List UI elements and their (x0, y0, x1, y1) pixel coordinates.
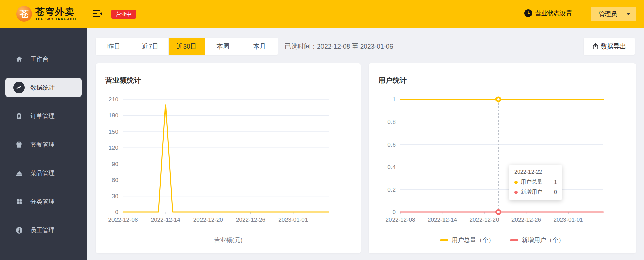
employee-icon (13, 224, 25, 236)
svg-text:2023-01-01: 2023-01-01 (554, 217, 583, 223)
sidebar-item-employee-management[interactable]: 员工管理 (5, 221, 82, 240)
sidebar-item-category-management[interactable]: 分类管理 (5, 192, 82, 211)
revenue-chart[interactable]: 03060901201501802102022-12-082022-12-142… (96, 96, 361, 231)
sidebar-item-label: 套餐管理 (30, 141, 55, 149)
brand-logo: 苍 苍穹外卖 THE SKY TAKE-OUT (16, 6, 77, 22)
legend-dash-icon (510, 239, 518, 241)
tooltip-series-value: 0 (554, 189, 557, 196)
svg-text:150: 150 (109, 129, 118, 135)
grid-icon (13, 196, 25, 207)
svg-text:2022-12-26: 2022-12-26 (236, 217, 265, 223)
cloche-icon (13, 167, 25, 179)
svg-text:1: 1 (393, 96, 396, 103)
svg-text:2022-12-08: 2022-12-08 (386, 217, 415, 223)
svg-text:180: 180 (109, 112, 118, 119)
sidebar-item-data-statistics[interactable]: 数据统计 (5, 78, 82, 97)
sidebar-item-setmeal-management[interactable]: 套餐管理 (5, 135, 82, 154)
user-statistics-card: 用户统计 00.20.40.60.812022-12-082022-12-142… (369, 63, 636, 253)
svg-text:0.6: 0.6 (387, 142, 396, 148)
export-icon (592, 43, 599, 50)
legend-item-new-users[interactable]: 新增用户（个） (510, 236, 564, 244)
tab-this-month[interactable]: 本月 (241, 38, 278, 55)
logo-glyph: 苍 (20, 8, 29, 20)
brand-name: 苍穹外卖 (35, 7, 77, 17)
svg-text:0.4: 0.4 (387, 164, 396, 170)
sidebar-item-label: 数据统计 (30, 83, 55, 92)
svg-text:2022-12-14: 2022-12-14 (428, 217, 457, 223)
selected-time-value: 2022-12-08 至 2023-01-06 (317, 43, 393, 50)
tab-this-week[interactable]: 本周 (205, 38, 241, 55)
svg-text:0.8: 0.8 (387, 119, 396, 125)
home-icon (13, 53, 25, 65)
svg-text:2022-12-26: 2022-12-26 (511, 217, 541, 223)
app-window: 苍 苍穹外卖 THE SKY TAKE-OUT 营业中 营业状态设置 (0, 0, 644, 260)
clock-icon (524, 9, 533, 17)
export-label: 数据导出 (601, 42, 626, 51)
legend-label: 新增用户（个） (522, 236, 564, 244)
revenue-legend[interactable]: 营业额(元) (96, 236, 361, 244)
legend-dash-icon (440, 239, 448, 241)
series-dot-icon (514, 181, 518, 184)
user-menu-dropdown[interactable]: 管理员 (591, 7, 636, 21)
tab-last-7-days[interactable]: 近7日 (132, 38, 169, 55)
user-menu-label: 管理员 (599, 10, 617, 18)
svg-text:2022-12-20: 2022-12-20 (470, 217, 499, 223)
svg-text:2022-12-08: 2022-12-08 (108, 217, 138, 223)
chart-tooltip: 2022-12-22 用户总量1新增用户0 (509, 165, 562, 200)
sidebar-item-label: 员工管理 (30, 226, 55, 234)
svg-text:90: 90 (112, 161, 118, 167)
svg-text:120: 120 (109, 145, 118, 151)
selected-time-range: 已选时间：2022-12-08 至 2023-01-06 (285, 38, 393, 55)
logo-icon: 苍 (16, 6, 32, 22)
tooltip-series-label: 新增用户 (521, 189, 542, 196)
tooltip-series-label: 用户总量 (521, 179, 542, 186)
user-chart-title: 用户统计 (378, 76, 407, 85)
data-export-button[interactable]: 数据导出 (584, 38, 635, 55)
svg-text:2023-01-01: 2023-01-01 (278, 217, 308, 223)
business-status-setting-button[interactable]: 营业状态设置 (524, 9, 572, 17)
sidebar-item-workbench[interactable]: 工作台 (5, 50, 82, 69)
revenue-statistics-card: 营业额统计 03060901201501802102022-12-082022-… (96, 63, 361, 253)
sidebar-nav: 工作台 数据统计 订单管理 (0, 28, 87, 260)
date-range-tabs: 昨日 近7日 近30日 本周 本月 (96, 38, 278, 55)
tab-last-30-days[interactable]: 近30日 (169, 38, 205, 55)
chevron-down-icon (626, 13, 630, 15)
brand-slogan: THE SKY TAKE-OUT (35, 17, 77, 21)
user-chart-legend: 用户总量（个） 新增用户（个） (369, 236, 636, 244)
sidebar-item-label: 分类管理 (30, 198, 55, 206)
svg-text:2022-12-20: 2022-12-20 (193, 217, 223, 223)
sidebar-item-order-management[interactable]: 订单管理 (5, 107, 82, 126)
tab-yesterday[interactable]: 昨日 (96, 38, 132, 55)
app-header: 苍 苍穹外卖 THE SKY TAKE-OUT 营业中 营业状态设置 (0, 0, 644, 28)
svg-text:0.2: 0.2 (387, 187, 396, 193)
svg-text:60: 60 (112, 177, 118, 183)
svg-text:2022-12-14: 2022-12-14 (151, 217, 180, 223)
revenue-chart-title: 营业额统计 (105, 76, 141, 85)
svg-text:0: 0 (115, 209, 118, 216)
chart-tooltip-rows: 用户总量1新增用户0 (514, 179, 557, 196)
sidebar-item-label: 订单管理 (30, 112, 55, 120)
tooltip-row: 用户总量1 (514, 179, 557, 186)
svg-text:30: 30 (112, 193, 118, 200)
legend-item-total-users[interactable]: 用户总量（个） (440, 236, 494, 244)
gift-icon (13, 139, 25, 150)
tooltip-row: 新增用户0 (514, 189, 557, 196)
series-dot-icon (514, 191, 518, 194)
status-badge: 营业中 (111, 10, 136, 19)
user-chart[interactable]: 00.20.40.60.812022-12-082022-12-142022-1… (369, 96, 636, 231)
business-status-label: 营业状态设置 (535, 9, 572, 17)
svg-text:210: 210 (109, 96, 118, 103)
sidebar-item-label: 工作台 (30, 55, 49, 63)
clipboard-icon (13, 110, 25, 122)
sidebar-item-dish-management[interactable]: 菜品管理 (5, 164, 82, 183)
sidebar-collapse-icon[interactable] (93, 10, 102, 18)
svg-text:0: 0 (393, 209, 396, 216)
tooltip-series-value: 1 (554, 179, 557, 185)
sidebar-item-label: 菜品管理 (30, 169, 55, 177)
tooltip-date: 2022-12-22 (514, 169, 557, 175)
selected-time-label: 已选时间： (285, 43, 317, 50)
legend-label: 用户总量（个） (452, 236, 494, 244)
trend-icon (13, 82, 25, 93)
